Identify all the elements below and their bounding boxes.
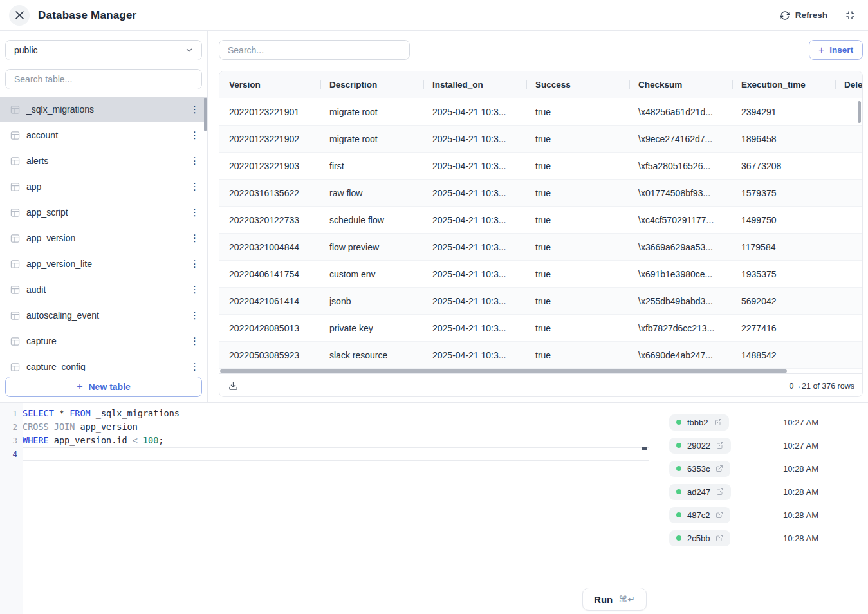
cell-success: true: [526, 134, 629, 144]
sidebar-table-item[interactable]: audit ⋮: [0, 277, 207, 302]
schema-select[interactable]: public: [5, 40, 202, 60]
kebab-icon: ⋮: [190, 181, 199, 192]
cell-description: custom env: [320, 269, 423, 279]
column-header[interactable]: Deleted: [835, 80, 863, 89]
run-result-pill[interactable]: 6353c: [669, 461, 730, 477]
cell-description: first: [320, 161, 423, 171]
vertical-scrollbar[interactable]: [858, 101, 861, 123]
table-options-button[interactable]: ⋮: [190, 362, 199, 372]
success-status-dot: [676, 466, 681, 471]
rows-search-input[interactable]: [219, 40, 410, 60]
table-name: autoscaling_event: [26, 310, 99, 321]
refresh-button[interactable]: Refresh: [780, 10, 827, 21]
table-name: app: [26, 181, 41, 192]
insert-button[interactable]: + Insert: [809, 40, 863, 60]
download-button[interactable]: [228, 381, 238, 391]
table-options-button[interactable]: ⋮: [190, 182, 199, 192]
horizontal-scrollbar[interactable]: [220, 369, 787, 373]
data-grid: Version Description Installed_on Success…: [219, 71, 863, 397]
editor-line[interactable]: 1SELECT * FROM _sqlx_migrations: [0, 407, 651, 420]
table-options-button[interactable]: ⋮: [190, 105, 199, 115]
run-time: 10:28 AM: [783, 534, 818, 543]
table-row[interactable]: 20220321004844 flow preview 2025-04-21 1…: [219, 234, 862, 261]
sidebar-table-item[interactable]: _sqlx_migrations ⋮: [0, 97, 207, 122]
table-row[interactable]: 20220320122733 schedule flow 2025-04-21 …: [219, 207, 862, 234]
column-header[interactable]: Success: [526, 80, 629, 89]
cell-success: true: [526, 269, 629, 279]
cell-description: raw flow: [320, 188, 423, 198]
table-options-button[interactable]: ⋮: [190, 131, 199, 140]
sidebar-table-item[interactable]: autoscaling_event ⋮: [0, 302, 207, 328]
run-history-row: 487c2 10:28 AM: [651, 503, 868, 526]
code-text[interactable]: WHERE app_version.id < 100;: [17, 434, 650, 447]
cell-installed-on: 2025-04-21 10:3...: [423, 296, 526, 306]
sidebar-table-item[interactable]: alerts ⋮: [0, 148, 207, 174]
run-result-pill[interactable]: fbbb2: [669, 414, 729, 431]
external-link-icon[interactable]: [714, 418, 722, 426]
run-time: 10:28 AM: [783, 464, 818, 474]
editor-line[interactable]: 2CROSS JOIN app_version: [0, 420, 651, 434]
table-options-button[interactable]: ⋮: [190, 337, 199, 346]
run-result-pill[interactable]: 487c2: [669, 507, 730, 523]
new-table-button[interactable]: + New table: [5, 377, 202, 397]
sidebar-table-item[interactable]: capture ⋮: [0, 328, 207, 354]
close-button[interactable]: [9, 5, 30, 26]
table-name: app_version: [26, 233, 75, 243]
kebab-icon: ⋮: [190, 129, 199, 141]
run-result-pill[interactable]: 29022: [669, 438, 731, 454]
line-number: 3: [0, 434, 17, 447]
external-link-icon[interactable]: [716, 534, 723, 542]
table-options-button[interactable]: ⋮: [190, 285, 199, 295]
external-link-icon[interactable]: [716, 465, 723, 472]
external-link-icon[interactable]: [716, 442, 724, 449]
external-link-icon[interactable]: [716, 488, 724, 496]
run-history-row: 2c5bb 10:28 AM: [651, 526, 868, 550]
code-text[interactable]: CROSS JOIN app_version: [17, 420, 650, 434]
table-options-button[interactable]: ⋮: [190, 208, 199, 218]
sql-token: FROM: [69, 408, 91, 418]
sidebar-table-item[interactable]: account ⋮: [0, 122, 207, 148]
column-header[interactable]: Description: [320, 80, 423, 89]
table-row[interactable]: 20220123221903 first 2025-04-21 10:3... …: [219, 153, 862, 180]
sql-editor[interactable]: 1SELECT * FROM _sqlx_migrations2CROSS JO…: [0, 403, 651, 614]
editor-scrollbar-thumb: [642, 447, 647, 450]
run-time: 10:28 AM: [783, 510, 818, 520]
sidebar-scrollbar[interactable]: [204, 98, 207, 131]
run-button[interactable]: Run ⌘↵: [582, 588, 647, 611]
sidebar-table-item[interactable]: capture_config ⋮: [0, 354, 207, 371]
code-text[interactable]: SELECT * FROM _sqlx_migrations: [17, 407, 650, 420]
table-row[interactable]: 20220503085923 slack resource 2025-04-21…: [219, 342, 862, 369]
sidebar-table-item[interactable]: app_version_lite ⋮: [0, 251, 207, 277]
cell-installed-on: 2025-04-21 10:3...: [423, 242, 526, 252]
editor-line[interactable]: 4: [0, 447, 651, 461]
table-row[interactable]: 20220316135622 raw flow 2025-04-21 10:3.…: [219, 180, 862, 207]
column-header[interactable]: Execution_time: [732, 80, 835, 89]
column-header[interactable]: Installed_on: [423, 80, 526, 89]
collapse-fullscreen-button[interactable]: [845, 10, 855, 20]
code-text[interactable]: [23, 447, 649, 461]
sidebar-table-item[interactable]: app_script ⋮: [0, 200, 207, 225]
table-row[interactable]: 20220421061414 jsonb 2025-04-21 10:3... …: [219, 288, 862, 315]
table-row[interactable]: 20220428085013 private key 2025-04-21 10…: [219, 315, 862, 342]
table-row[interactable]: 20220406141754 custom env 2025-04-21 10:…: [219, 261, 862, 288]
column-header[interactable]: Version: [219, 80, 320, 89]
table-options-button[interactable]: ⋮: [190, 311, 199, 321]
table-options-button[interactable]: ⋮: [190, 156, 199, 166]
cell-success: true: [526, 296, 629, 306]
run-id: fbbb2: [687, 418, 708, 427]
editor-line[interactable]: 3WHERE app_version.id < 100;: [0, 434, 651, 447]
sql-token: <: [133, 435, 138, 445]
run-result-pill[interactable]: 2c5bb: [669, 530, 730, 546]
table-row[interactable]: 20220123221902 migrate root 2025-04-21 1…: [219, 126, 862, 153]
success-status-dot: [676, 535, 681, 541]
table-row[interactable]: 20220123221901 migrate root 2025-04-21 1…: [219, 98, 862, 126]
external-link-icon[interactable]: [716, 511, 723, 519]
table-search-input[interactable]: [5, 69, 202, 89]
table-options-button[interactable]: ⋮: [190, 234, 199, 243]
run-result-pill[interactable]: ad247: [669, 484, 731, 500]
sidebar-table-item[interactable]: app ⋮: [0, 174, 207, 200]
sidebar-table-item[interactable]: app_version ⋮: [0, 225, 207, 251]
workspace: public _sqlx_migrations ⋮: [0, 31, 868, 402]
table-options-button[interactable]: ⋮: [190, 259, 199, 269]
column-header[interactable]: Checksum: [629, 80, 732, 89]
